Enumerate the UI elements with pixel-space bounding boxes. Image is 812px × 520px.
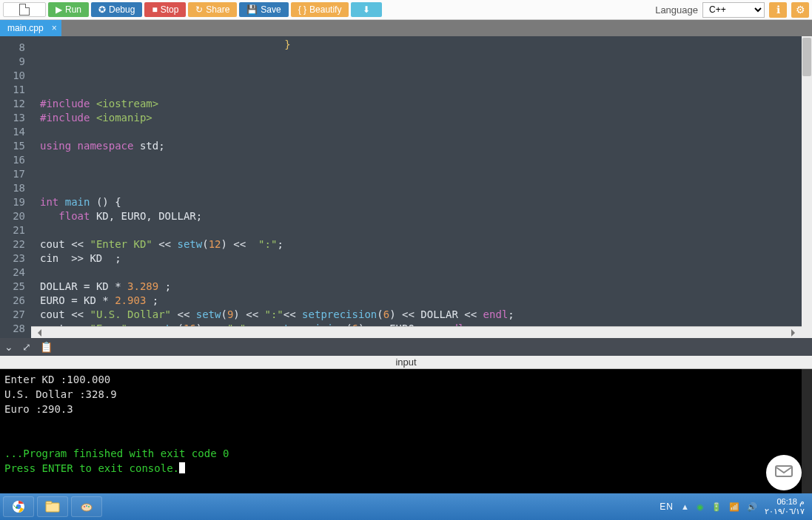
file-icon [19, 4, 30, 16]
tray-network-icon[interactable]: 📶 [729, 502, 739, 512]
code-area[interactable]: } #include <iostream>#include <iomanip>u… [31, 36, 520, 338]
console-output[interactable]: Enter KD :100.000U.S. Dollar :328.9Euro … [0, 369, 812, 493]
stop-icon: ■ [152, 4, 157, 15]
save-button[interactable]: 💾Save [239, 2, 288, 17]
taskbar-paint[interactable] [71, 496, 102, 517]
gear-icon: ⚙ [796, 4, 805, 16]
share-icon: ↻ [195, 4, 203, 15]
console-scrollbar[interactable] [802, 369, 812, 493]
chevron-down-icon[interactable]: ⌄ [4, 341, 13, 353]
line-gutter: 8910111213141516171819202122232425262728… [0, 36, 31, 338]
svg-point-6 [84, 506, 85, 507]
info-icon: ℹ [776, 4, 780, 16]
top-toolbar: ▶Run ✪Debug ■Stop ↻Share 💾Save { }Beauti… [0, 0, 812, 20]
language-select[interactable]: C++ [702, 2, 765, 18]
svg-point-5 [81, 504, 92, 511]
taskbar-chrome[interactable] [3, 496, 34, 517]
expand-icon[interactable]: ⤢ [22, 341, 31, 353]
copy-icon[interactable]: 📋 [40, 341, 53, 353]
bug-icon: ✪ [98, 4, 106, 15]
tab-label: main.cpp [7, 23, 44, 33]
debug-label: Debug [109, 4, 135, 15]
taskbar-clock[interactable]: 06:18 م ٢٠١٩/٠٦/١٧ [765, 497, 805, 516]
stop-label: Stop [161, 4, 179, 15]
close-icon[interactable]: × [52, 23, 57, 33]
tray-flag-icon[interactable]: ▲ [681, 502, 689, 511]
clock-time: 06:18 م [765, 497, 805, 507]
svg-rect-3 [46, 503, 59, 512]
new-file-button[interactable] [3, 2, 46, 17]
braces-icon: { } [298, 4, 306, 15]
taskbar-explorer[interactable] [37, 496, 68, 517]
windows-taskbar: EN ▲ ◉ 🔋 📶 🔊 06:18 م ٢٠١٩/٠٦/١٧ [0, 493, 812, 520]
clock-date: ٢٠١٩/٠٦/١٧ [765, 507, 805, 516]
run-label: Run [65, 4, 81, 15]
stop-button[interactable]: ■Stop [144, 2, 186, 17]
taskbar-lang[interactable]: EN [660, 502, 674, 512]
debug-button[interactable]: ✪Debug [91, 2, 142, 17]
vertical-scrollbar[interactable] [802, 36, 812, 326]
mail-icon [775, 465, 793, 480]
svg-rect-0 [776, 466, 792, 476]
tray-volume-icon[interactable]: 🔊 [747, 502, 757, 512]
save-icon: 💾 [246, 4, 258, 15]
tab-main-cpp[interactable]: main.cpp × [0, 20, 61, 36]
svg-point-8 [88, 506, 90, 507]
brace-indicator: } [284, 38, 290, 52]
tab-bar: main.cpp × [0, 20, 812, 36]
save-label: Save [261, 4, 281, 15]
svg-point-7 [86, 505, 87, 507]
horizontal-scrollbar[interactable] [31, 326, 802, 338]
input-bar[interactable]: input [0, 356, 812, 369]
tray-battery-icon[interactable]: 🔋 [711, 502, 722, 512]
settings-button[interactable]: ⚙ [791, 2, 809, 18]
share-label: Share [206, 4, 229, 15]
download-icon: ⬇ [363, 4, 370, 15]
language-label: Language [655, 4, 698, 16]
code-editor[interactable]: 8910111213141516171819202122232425262728… [0, 36, 812, 338]
console-toolbar: ⌄ ⤢ 📋 [0, 338, 812, 356]
beautify-button[interactable]: { }Beautify [291, 2, 349, 17]
download-button[interactable]: ⬇ [351, 2, 382, 17]
chat-button[interactable] [766, 455, 802, 490]
play-icon: ▶ [56, 4, 62, 15]
run-button[interactable]: ▶Run [48, 2, 89, 17]
svg-rect-4 [46, 502, 52, 504]
share-button[interactable]: ↻Share [188, 2, 237, 17]
tray-shield-icon[interactable]: ◉ [697, 502, 704, 512]
info-button[interactable]: ℹ [769, 2, 787, 18]
beautify-label: Beautify [309, 4, 341, 15]
